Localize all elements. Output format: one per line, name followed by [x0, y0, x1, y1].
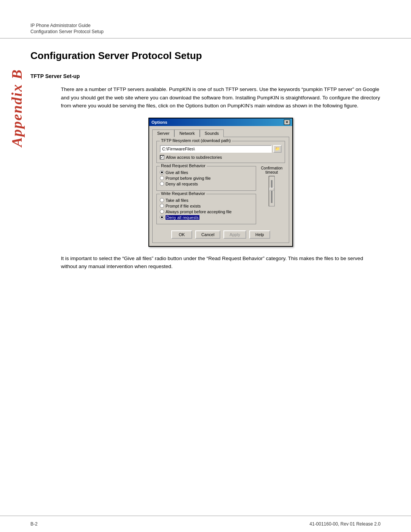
cancel-button[interactable]: Cancel — [195, 230, 220, 239]
read-label-2: Prompt before giving file — [166, 176, 211, 181]
tab-network[interactable]: Network — [174, 129, 199, 137]
page-title: Configuration Server Protocol Setup — [30, 50, 381, 62]
read-request-group: Read Request Behavior Give all files — [156, 166, 256, 191]
radio-prompt-before-giving[interactable] — [160, 176, 164, 180]
radio-always-prompt[interactable] — [160, 209, 164, 214]
radio-deny-read[interactable] — [160, 182, 164, 186]
apply-button[interactable]: Apply — [223, 230, 246, 239]
write-request-group: Write Request Behavior Take all files — [156, 194, 256, 224]
header-line2: Configuration Server Protocol Setup — [30, 29, 381, 34]
tftp-group: TFTP filesystem root (download path) 📁 ✓… — [156, 141, 285, 163]
path-row: 📁 — [160, 145, 282, 153]
tab-sounds[interactable]: Sounds — [200, 129, 224, 137]
main-content: Appendix B Configuration Server Protocol… — [0, 38, 411, 516]
folder-button[interactable]: 📁 — [273, 145, 282, 153]
tab-content: TFTP filesystem root (download path) 📁 ✓… — [152, 137, 289, 243]
confirmation-section: Confirmationtimeout — [258, 166, 285, 227]
titlebar-buttons — [284, 120, 290, 125]
read-options: Give all files Prompt before giving file — [160, 170, 253, 186]
write-radio-2: Prompt if file exists — [160, 204, 253, 208]
radio-give-all-files[interactable] — [160, 170, 164, 174]
dialog-titlebar: Options — [149, 118, 292, 126]
write-radio-3: Always prompt before accepting file — [160, 209, 253, 214]
dialog-body: Server Network Sounds TFTP filesystem ro… — [149, 126, 292, 246]
allow-subdirectories-label: Allow access to subdirectories — [166, 155, 222, 160]
dialog-wrapper: Options Server Network Sounds — [61, 118, 381, 247]
tftp-group-content: 📁 ✓ Allow access to subdirectories — [160, 145, 282, 160]
radio-take-all-files[interactable] — [160, 198, 164, 202]
slider-thumb[interactable] — [269, 188, 274, 191]
write-label-4: Deny all requests — [166, 215, 199, 220]
radio-prompt-if-exists[interactable] — [160, 204, 164, 208]
body-text-1: There are a number of TFTP servers avail… — [61, 85, 381, 110]
confirmation-slider[interactable] — [269, 176, 275, 206]
ok-button[interactable]: OK — [171, 230, 192, 239]
help-button[interactable]: Help — [249, 230, 270, 239]
allow-subdirectories-row: ✓ Allow access to subdirectories — [160, 155, 282, 160]
header-line1: IP Phone Administrator Guide — [30, 23, 381, 28]
page-header: IP Phone Administrator Guide Configurati… — [0, 0, 411, 38]
write-label-2: Prompt if file exists — [166, 204, 201, 208]
allow-subdirectories-checkbox[interactable]: ✓ — [160, 155, 164, 160]
section-heading: TFTP Server Set-up — [30, 73, 381, 79]
read-radio-3: Deny all requests — [160, 182, 253, 186]
read-label-1: Give all files — [166, 170, 188, 175]
options-dialog: Options Server Network Sounds — [148, 118, 293, 247]
read-radio-2: Prompt before giving file — [160, 176, 253, 181]
write-label-1: Take all files — [166, 198, 188, 203]
tftp-group-label: TFTP filesystem root (download path) — [160, 138, 232, 143]
page-container: IP Phone Administrator Guide Configurati… — [0, 0, 411, 532]
write-label-3: Always prompt before accepting file — [166, 209, 232, 214]
write-radio-4: Deny all requests — [160, 215, 253, 220]
dialog-button-row: OK Cancel Apply Help — [156, 230, 285, 239]
read-area: Read Request Behavior Give all files — [156, 166, 285, 227]
appendix-label: Appendix B — [8, 69, 25, 147]
write-radio-1: Take all files — [160, 198, 253, 203]
slider-track — [271, 180, 272, 203]
body-text-2: It is important to select the “Give all … — [61, 254, 381, 271]
read-radio-1: Give all files — [160, 170, 253, 175]
confirmation-label: Confirmationtimeout — [261, 166, 283, 174]
close-button[interactable] — [284, 120, 290, 125]
page-footer: B-2 41-001160-00, Rev 01 Release 2.0 — [0, 516, 411, 532]
dialog-tabs: Server Network Sounds — [152, 129, 289, 137]
path-input[interactable] — [160, 145, 272, 153]
read-label-3: Deny all requests — [166, 182, 198, 186]
read-request-label: Read Request Behavior — [160, 163, 207, 168]
dialog-title: Options — [151, 120, 167, 125]
write-request-label: Write Request Behavior — [160, 191, 206, 196]
radio-deny-write[interactable] — [160, 215, 164, 219]
tab-server[interactable]: Server — [152, 129, 174, 137]
read-request-section: Read Request Behavior Give all files — [156, 166, 256, 227]
write-options: Take all files Prompt if file exists — [160, 198, 253, 220]
footer-right: 41-001160-00, Rev 01 Release 2.0 — [309, 521, 381, 527]
footer-left: B-2 — [30, 521, 38, 527]
